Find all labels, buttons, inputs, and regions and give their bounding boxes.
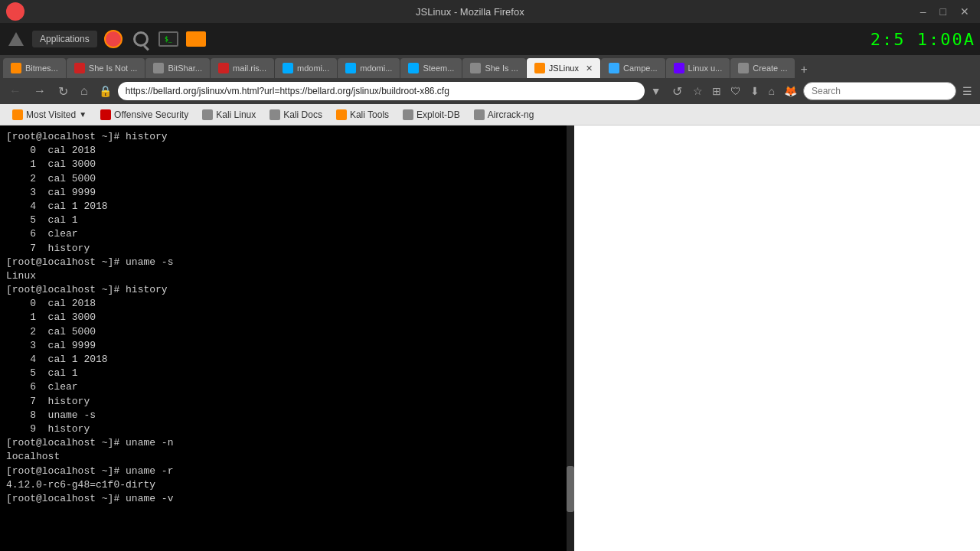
titlebar: JSLinux - Mozilla Firefox – □ ✕ — [0, 0, 980, 23]
tab-campe-favicon — [609, 63, 619, 73]
tab-mailris[interactable]: mail.ris... — [211, 58, 274, 78]
tab-mdomi1-label: mdomi... — [297, 64, 329, 73]
tab-create-label: Create ... — [753, 64, 787, 73]
aircrack-ng-icon — [474, 109, 485, 120]
svg-marker-0 — [8, 32, 24, 46]
minimize-button[interactable]: – — [916, 4, 931, 19]
new-tab-button[interactable]: + — [795, 63, 812, 77]
search-input[interactable] — [803, 82, 956, 100]
lock-icon: 🔒 — [96, 85, 115, 97]
tab-steem-label: Steem... — [423, 64, 454, 73]
tab-sheisno-favicon — [74, 63, 85, 73]
menu-icon[interactable]: ☰ — [959, 85, 975, 97]
terminal-scrollbar-track[interactable] — [567, 126, 574, 551]
terminal-scrollbar-thumb[interactable] — [567, 466, 574, 512]
fox-icon[interactable]: 🦊 — [781, 85, 800, 97]
tab-mdomi2-label: mdomi... — [360, 64, 392, 73]
refresh-button[interactable]: ↺ — [668, 81, 687, 102]
url-dropdown-icon[interactable]: ▼ — [648, 85, 665, 97]
search-taskbar-icon[interactable] — [129, 28, 152, 51]
kali-tools-icon — [336, 109, 347, 120]
kali-docs-icon — [270, 109, 280, 120]
window-title: JSLinux - Mozilla Firefox — [24, 6, 916, 18]
home-button[interactable]: ⌂ — [76, 81, 93, 101]
tab-steem[interactable]: Steem... — [400, 58, 462, 78]
addressbar: ← → ↻ ⌂ 🔒 ▼ ↺ ☆ ⊞ 🛡 ⬇ ⌂ 🦊 ☰ — [0, 78, 980, 104]
firefox-logo — [6, 2, 24, 21]
tab-jslinux-favicon — [534, 63, 545, 73]
tab-mailris-favicon — [218, 63, 229, 73]
tab-jslinux[interactable]: JSLinux ✕ — [527, 58, 600, 78]
titlebar-controls: – □ ✕ — [916, 4, 974, 19]
download-icon[interactable]: ⬇ — [747, 85, 763, 97]
tab-mdomi1[interactable]: mdomi... — [275, 58, 337, 78]
most-visited-arrow: ▼ — [79, 110, 87, 119]
shield-icon[interactable]: 🛡 — [727, 85, 744, 97]
tab-bitsha-label: BitShar... — [168, 64, 202, 73]
url-input[interactable] — [118, 82, 645, 100]
tab-linuxu[interactable]: Linux u... — [666, 58, 730, 78]
tab-mailris-label: mail.ris... — [233, 64, 266, 73]
right-panel — [574, 126, 980, 551]
tab-create-favicon — [738, 63, 749, 73]
tab-campe-label: Campe... — [623, 64, 658, 73]
files-taskbar-icon[interactable] — [185, 28, 207, 51]
tab-mdomi1-favicon — [283, 63, 293, 73]
aircrack-ng-label: Aircrack-ng — [488, 109, 534, 120]
applications-button[interactable]: Applications — [32, 31, 97, 47]
tab-sheis-label: She Is ... — [485, 64, 518, 73]
bookmarks-bar: Most Visited ▼ Offensive Security Kali L… — [0, 104, 980, 126]
forward-button[interactable]: → — [29, 81, 51, 101]
bookmark-kali-docs[interactable]: Kali Docs — [263, 107, 328, 122]
tab-campe[interactable]: Campe... — [601, 58, 665, 78]
terminal-taskbar-icon[interactable]: $_ — [157, 28, 180, 51]
kali-linux-label: Kali Linux — [216, 109, 256, 120]
terminal[interactable]: [root@localhost ~]# history 0 cal 2018 1… — [0, 126, 574, 551]
terminal-output: [root@localhost ~]# history 0 cal 2018 1… — [6, 130, 568, 506]
tab-sheisno-label: She Is Not ... — [89, 64, 138, 73]
most-visited-label: Most Visited — [26, 109, 76, 120]
offensive-security-icon — [100, 109, 111, 120]
titlebar-left — [6, 2, 24, 21]
reload-button[interactable]: ↻ — [54, 81, 73, 102]
taskbar-triangle-icon[interactable] — [5, 28, 28, 51]
tab-create[interactable]: Create ... — [730, 58, 795, 78]
tab-bitmes[interactable]: Bitmes... — [3, 58, 66, 78]
bookmark-offensive-security[interactable]: Offensive Security — [94, 107, 194, 122]
tab-bitsha-favicon — [153, 63, 164, 73]
offensive-security-label: Offensive Security — [114, 109, 188, 120]
taskbar: Applications $_ 2:5 1:00A — [0, 23, 980, 55]
tab-steem-favicon — [408, 63, 419, 73]
clock-display: 2:5 1:00A — [871, 30, 975, 49]
main-content: [root@localhost ~]# history 0 cal 2018 1… — [0, 126, 980, 551]
tab-bitmes-label: Bitmes... — [25, 64, 58, 73]
back-button[interactable]: ← — [5, 81, 26, 101]
tab-sheis-favicon — [470, 63, 481, 73]
tab-bitsha[interactable]: BitShar... — [145, 58, 210, 78]
firefox-taskbar-icon[interactable] — [102, 28, 125, 51]
bookmark-kali-linux[interactable]: Kali Linux — [196, 107, 262, 122]
tab-jslinux-close[interactable]: ✕ — [586, 64, 593, 73]
tab-linuxu-label: Linux u... — [688, 64, 723, 73]
star-icon[interactable]: ☆ — [690, 85, 706, 97]
tab-sheis[interactable]: She Is ... — [462, 58, 525, 78]
tab-linuxu-favicon — [674, 63, 684, 73]
bookmark-kali-tools[interactable]: Kali Tools — [330, 107, 395, 122]
kali-docs-label: Kali Docs — [283, 109, 322, 120]
exploit-db-icon — [403, 109, 413, 120]
kali-linux-icon — [202, 109, 213, 120]
kali-tools-label: Kali Tools — [350, 109, 389, 120]
tab-bitmes-favicon — [11, 63, 21, 73]
tab-mdomi2[interactable]: mdomi... — [338, 58, 400, 78]
exploit-db-label: Exploit-DB — [416, 109, 460, 120]
tab-mdomi2-favicon — [345, 63, 356, 73]
tabbar: Bitmes... She Is Not ... BitShar... mail… — [0, 55, 980, 78]
close-button[interactable]: ✕ — [956, 4, 974, 19]
tab-sheisno[interactable]: She Is Not ... — [67, 58, 145, 78]
bookmark-most-visited[interactable]: Most Visited ▼ — [6, 107, 93, 122]
grid-icon[interactable]: ⊞ — [709, 85, 724, 97]
restore-button[interactable]: □ — [936, 4, 951, 19]
home-icon2[interactable]: ⌂ — [766, 85, 778, 97]
bookmark-exploit-db[interactable]: Exploit-DB — [397, 107, 466, 122]
bookmark-aircrack-ng[interactable]: Aircrack-ng — [468, 107, 541, 122]
